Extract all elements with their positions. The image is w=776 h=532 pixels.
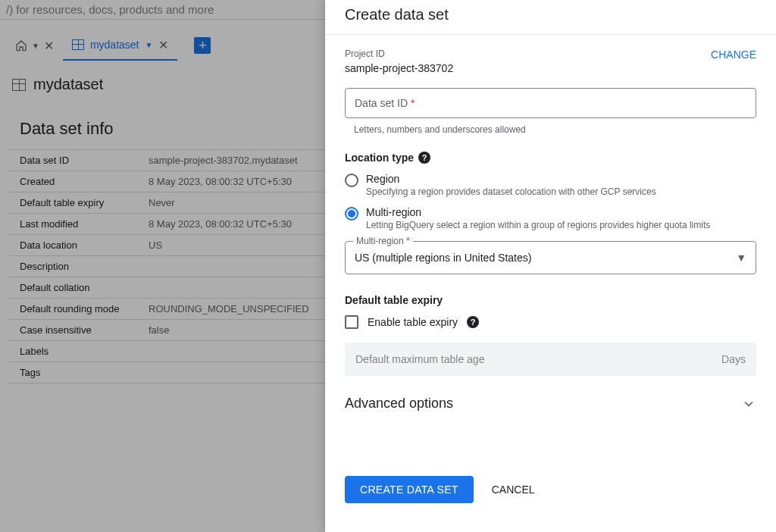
panel-body: Project ID sample-project-383702 CHANGE …: [325, 35, 776, 462]
chevron-down-icon: ▼: [736, 252, 746, 264]
create-dataset-button[interactable]: CREATE DATA SET: [345, 476, 474, 503]
enable-expiry-label: Enable table expiry: [368, 316, 458, 328]
multi-region-radio-row[interactable]: Multi-region Letting BigQuery select a r…: [345, 206, 756, 230]
project-id-value: sample-project-383702: [345, 62, 453, 74]
required-asterisk: *: [411, 97, 415, 109]
location-type-label: Location type ?: [345, 152, 756, 164]
advanced-options-toggle[interactable]: Advanced options: [345, 396, 756, 412]
default-expiry-label: Default table expiry: [345, 294, 756, 306]
days-suffix: Days: [721, 353, 746, 365]
change-project-button[interactable]: CHANGE: [711, 49, 756, 61]
dataset-id-placeholder: Data set ID: [355, 97, 408, 109]
help-icon[interactable]: ?: [467, 316, 479, 328]
multi-region-select-label: Multi-region *: [353, 236, 413, 246]
create-dataset-panel: Create data set Project ID sample-projec…: [325, 0, 776, 532]
dataset-id-helper: Letters, numbers and underscores allowed: [354, 124, 756, 135]
chevron-down-icon: [741, 396, 756, 412]
max-table-age-placeholder: Default maximum table age: [355, 353, 484, 365]
cancel-button[interactable]: CANCEL: [492, 483, 535, 496]
panel-title: Create data set: [325, 0, 776, 35]
multi-region-select-value: US (multiple regions in United States): [355, 252, 736, 264]
multi-region-select[interactable]: Multi-region * US (multiple regions in U…: [345, 241, 756, 274]
region-radio-label: Region: [366, 173, 656, 185]
advanced-options-label: Advanced options: [345, 396, 453, 412]
region-radio[interactable]: [345, 174, 358, 187]
dataset-id-input[interactable]: Data set ID *: [345, 88, 756, 118]
multi-region-radio[interactable]: [345, 207, 358, 221]
max-table-age-input: Default maximum table age Days: [345, 343, 756, 376]
region-radio-sub: Specifying a region provides dataset col…: [366, 186, 656, 197]
region-radio-row[interactable]: Region Specifying a region provides data…: [345, 173, 756, 197]
project-id-label: Project ID: [345, 49, 453, 59]
project-id-row: Project ID sample-project-383702 CHANGE: [345, 49, 756, 74]
enable-expiry-row[interactable]: Enable table expiry ?: [345, 315, 756, 329]
panel-footer: CREATE DATA SET CANCEL: [325, 462, 776, 532]
multi-region-radio-label: Multi-region: [366, 206, 710, 218]
enable-expiry-checkbox[interactable]: [345, 315, 358, 329]
multi-region-radio-sub: Letting BigQuery select a region within …: [366, 220, 710, 230]
help-icon[interactable]: ?: [418, 152, 430, 164]
